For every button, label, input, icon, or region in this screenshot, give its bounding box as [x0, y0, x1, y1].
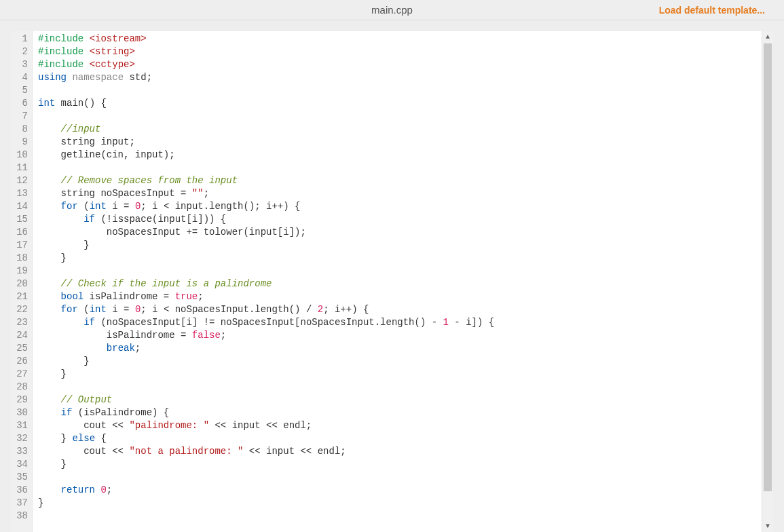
line-number: 23	[11, 316, 28, 329]
code-line[interactable]: }	[38, 252, 762, 265]
code-line[interactable]: isPalindrome = false;	[38, 329, 762, 342]
line-number: 36	[11, 484, 28, 497]
scroll-up-button[interactable]: ▲	[762, 31, 773, 43]
line-number: 22	[11, 303, 28, 316]
line-number: 37	[11, 497, 28, 510]
code-line[interactable]: string noSpacesInput = "";	[38, 187, 762, 200]
line-number: 5	[11, 84, 28, 97]
line-number: 26	[11, 355, 28, 368]
code-line[interactable]	[38, 471, 762, 484]
line-number: 20	[11, 278, 28, 290]
code-line[interactable]: }	[38, 458, 762, 471]
line-number: 7	[11, 110, 28, 123]
line-number: 21	[11, 290, 28, 303]
code-line[interactable]: break;	[38, 342, 762, 355]
line-number: 16	[11, 226, 28, 239]
load-default-template-link[interactable]: Load default template...	[659, 5, 765, 16]
line-number: 29	[11, 394, 28, 406]
line-number: 10	[11, 149, 28, 162]
line-number: 12	[11, 174, 28, 187]
line-number: 18	[11, 252, 28, 265]
line-number: 25	[11, 342, 28, 355]
code-line[interactable]	[38, 265, 762, 278]
code-line[interactable]: // Output	[38, 394, 762, 406]
line-number: 1	[11, 33, 28, 45]
code-editor[interactable]: 1234567891011121314151617181920212223242…	[11, 31, 773, 532]
line-number: 13	[11, 187, 28, 200]
line-number: 6	[11, 97, 28, 110]
line-number: 19	[11, 265, 28, 278]
code-line[interactable]: return 0;	[38, 484, 762, 497]
code-line[interactable]: string input;	[38, 136, 762, 149]
code-area[interactable]: #include <iostream>#include <string>#inc…	[33, 31, 762, 532]
line-number: 11	[11, 162, 28, 174]
line-number: 38	[11, 510, 28, 522]
editor-shell: 1234567891011121314151617181920212223242…	[0, 20, 784, 532]
file-name-label: main.cpp	[371, 4, 413, 16]
line-number: 31	[11, 419, 28, 432]
code-line[interactable]: }	[38, 497, 762, 510]
code-line[interactable]: }	[38, 239, 762, 252]
code-line[interactable]: if (isPalindrome) {	[38, 406, 762, 419]
code-line[interactable]: cout << "palindrome: " << input << endl;	[38, 419, 762, 432]
editor-header: main.cpp Load default template...	[0, 0, 784, 20]
line-number: 2	[11, 45, 28, 58]
code-line[interactable]: for (int i = 0; i < input.length(); i++)…	[38, 200, 762, 213]
line-number: 17	[11, 239, 28, 252]
line-number: 24	[11, 329, 28, 342]
code-line[interactable]	[38, 84, 762, 97]
line-number: 8	[11, 123, 28, 136]
line-number: 3	[11, 58, 28, 71]
line-number: 30	[11, 406, 28, 419]
code-line[interactable]: // Check if the input is a palindrome	[38, 278, 762, 290]
line-number: 15	[11, 213, 28, 226]
scrollbar-thumb[interactable]	[764, 43, 772, 491]
line-number: 32	[11, 432, 28, 445]
code-line[interactable]: int main() {	[38, 97, 762, 110]
code-line[interactable]: }	[38, 355, 762, 368]
code-line[interactable]: if (noSpacesInput[i] != noSpacesInput[no…	[38, 316, 762, 329]
vertical-scrollbar[interactable]: ▲ ▼	[762, 31, 773, 532]
code-line[interactable]: //input	[38, 123, 762, 136]
code-line[interactable]: for (int i = 0; i < noSpacesInput.length…	[38, 303, 762, 316]
code-line[interactable]: #include <string>	[38, 45, 762, 58]
line-number: 34	[11, 458, 28, 471]
code-line[interactable]: #include <cctype>	[38, 58, 762, 71]
code-line[interactable]	[38, 381, 762, 394]
code-line[interactable]: #include <iostream>	[38, 33, 762, 45]
scroll-down-button[interactable]: ▼	[762, 520, 773, 532]
line-number: 27	[11, 368, 28, 381]
code-line[interactable]: if (!isspace(input[i])) {	[38, 213, 762, 226]
line-number: 28	[11, 381, 28, 394]
line-number: 33	[11, 445, 28, 458]
code-line[interactable]: }	[38, 368, 762, 381]
code-line[interactable]: getline(cin, input);	[38, 149, 762, 162]
code-line[interactable]: noSpacesInput += tolower(input[i]);	[38, 226, 762, 239]
line-number-gutter: 1234567891011121314151617181920212223242…	[11, 31, 33, 532]
code-line[interactable]: } else {	[38, 432, 762, 445]
code-line[interactable]: bool isPalindrome = true;	[38, 290, 762, 303]
code-line[interactable]	[38, 162, 762, 174]
code-line[interactable]: cout << "not a palindrome: " << input <<…	[38, 445, 762, 458]
code-line[interactable]: using namespace std;	[38, 71, 762, 84]
code-line[interactable]	[38, 510, 762, 522]
line-number: 4	[11, 71, 28, 84]
line-number: 35	[11, 471, 28, 484]
code-line[interactable]: // Remove spaces from the input	[38, 174, 762, 187]
line-number: 9	[11, 136, 28, 149]
code-line[interactable]	[38, 110, 762, 123]
line-number: 14	[11, 200, 28, 213]
